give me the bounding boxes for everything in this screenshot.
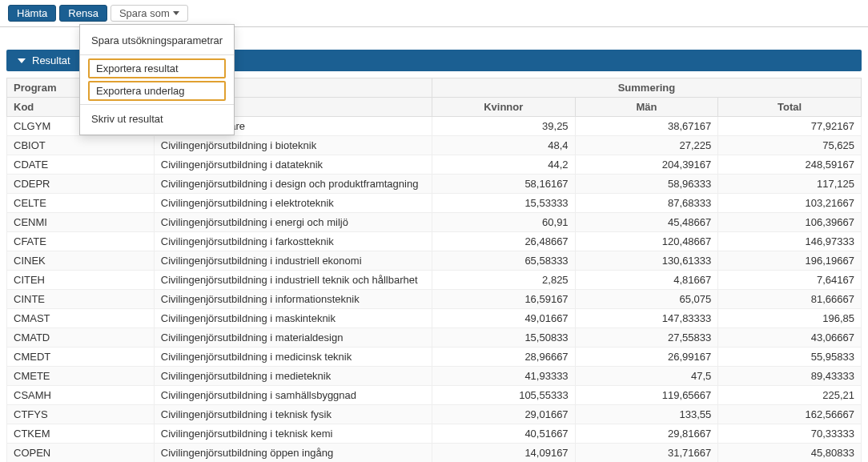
cell-man: 27,225	[575, 136, 718, 155]
cell-man: 29,81667	[575, 424, 718, 444]
table-row: CENMICivilingenjörsutbildning i energi o…	[7, 213, 862, 232]
cell-kvinnor: 28,96667	[432, 348, 575, 367]
cell-kod: COPEN	[7, 444, 155, 463]
cell-man: 4,81667	[575, 271, 718, 290]
table-row: CITEHCivilingenjörsutbildning i industri…	[7, 271, 862, 290]
cell-name: Civilingenjörsutbildning i farkostteknik	[154, 232, 432, 251]
cell-man: 119,65667	[575, 386, 718, 405]
cell-man: 47,5	[575, 367, 718, 386]
cell-man: 38,67167	[575, 117, 718, 136]
cell-total: 196,85	[718, 309, 862, 328]
cell-man: 133,55	[575, 405, 718, 424]
table-row: CFATECivilingenjörsutbildning i farkostt…	[7, 232, 862, 251]
cell-kod: CTKEM	[7, 424, 155, 444]
cell-kvinnor: 44,2	[432, 155, 575, 175]
result-table-wrap: Program Summering Kod Kvinnor Män Total …	[6, 78, 862, 462]
toolbar: Hämta Rensa Spara som Spara utsökningspa…	[0, 0, 868, 27]
cell-man: 87,68333	[575, 194, 718, 213]
table-row: CTFYSCivilingenjörsutbildning i teknisk …	[7, 405, 862, 424]
menu-save-params[interactable]: Spara utsökningsparametrar	[80, 30, 234, 51]
cell-total: 117,125	[718, 175, 862, 194]
save-as-label: Spara som	[119, 7, 170, 19]
chevron-down-icon	[18, 58, 26, 63]
save-as-dropdown: Spara utsökningsparametrar Exportera res…	[79, 24, 235, 135]
cell-total: 43,06667	[718, 328, 862, 348]
cell-total: 225,21	[718, 386, 862, 405]
table-row: COPENCivilingenjörsutbildning öppen ingå…	[7, 444, 862, 463]
cell-kod: CMATD	[7, 328, 155, 348]
menu-separator	[80, 54, 234, 55]
table-row: CMEDTCivilingenjörsutbildning i medicins…	[7, 348, 862, 367]
cell-kvinnor: 49,01667	[432, 309, 575, 328]
cell-name: Civilingenjörsutbildning i datateknik	[154, 155, 432, 175]
cell-kod: CMAST	[7, 309, 155, 328]
header-total[interactable]: Total	[718, 98, 862, 117]
cell-kvinnor: 41,93333	[432, 367, 575, 386]
cell-name: Civilingenjörsutbildning i samhällsbyggn…	[154, 386, 432, 405]
cell-kvinnor: 58,16167	[432, 175, 575, 194]
cell-kod: CENMI	[7, 213, 155, 232]
cell-total: 103,21667	[718, 194, 862, 213]
cell-total: 7,64167	[718, 271, 862, 290]
cell-man: 204,39167	[575, 155, 718, 175]
clear-button[interactable]: Rensa	[59, 5, 107, 22]
cell-kod: CDATE	[7, 155, 155, 175]
cell-kod: CDEPR	[7, 175, 155, 194]
cell-kvinnor: 40,51667	[432, 424, 575, 444]
cell-name: Civilingenjörsutbildning i materialdesig…	[154, 328, 432, 348]
header-kvinnor[interactable]: Kvinnor	[432, 98, 575, 117]
cell-total: 70,33333	[718, 424, 862, 444]
menu-export-basis[interactable]: Exportera underlag	[88, 81, 226, 101]
cell-man: 26,99167	[575, 348, 718, 367]
cell-total: 106,39667	[718, 213, 862, 232]
save-as-button[interactable]: Spara som	[111, 5, 188, 22]
cell-man: 58,96333	[575, 175, 718, 194]
cell-total: 81,66667	[718, 290, 862, 309]
table-row: CMETECivilingenjörsutbildning i medietek…	[7, 367, 862, 386]
header-summering[interactable]: Summering	[432, 78, 861, 98]
cell-man: 31,71667	[575, 444, 718, 463]
menu-print-result[interactable]: Skriv ut resultat	[80, 108, 234, 130]
cell-kvinnor: 29,01667	[432, 405, 575, 424]
cell-kod: CSAMH	[7, 386, 155, 405]
fetch-button[interactable]: Hämta	[8, 5, 56, 22]
menu-separator	[80, 104, 234, 105]
cell-kvinnor: 14,09167	[432, 444, 575, 463]
section-title: Resultat	[32, 54, 70, 66]
header-man[interactable]: Män	[575, 98, 718, 117]
cell-total: 75,625	[718, 136, 862, 155]
cell-kvinnor: 15,53333	[432, 194, 575, 213]
cell-kvinnor: 60,91	[432, 213, 575, 232]
cell-kod: CMETE	[7, 367, 155, 386]
cell-kvinnor: 15,50833	[432, 328, 575, 348]
cell-man: 45,48667	[575, 213, 718, 232]
cell-kod: CBIOT	[7, 136, 155, 155]
table-row: CDATECivilingenjörsutbildning i datatekn…	[7, 155, 862, 175]
cell-name: Civilingenjörsutbildning i elektroteknik	[154, 194, 432, 213]
cell-kod: CMEDT	[7, 348, 155, 367]
cell-total: 89,43333	[718, 367, 862, 386]
result-table: Program Summering Kod Kvinnor Män Total …	[6, 78, 862, 462]
cell-name: Civilingenjörsutbildning öppen ingång	[154, 444, 432, 463]
cell-man: 120,48667	[575, 232, 718, 251]
cell-name: Civilingenjörsutbildning i maskinteknik	[154, 309, 432, 328]
cell-total: 146,97333	[718, 232, 862, 251]
cell-name: Civilingenjörsutbildning i industriell e…	[154, 251, 432, 271]
menu-export-result[interactable]: Exportera resultat	[88, 58, 226, 78]
cell-kod: CINTE	[7, 290, 155, 309]
cell-man: 147,83333	[575, 309, 718, 328]
cell-name: Civilingenjörsutbildning i energi och mi…	[154, 213, 432, 232]
table-row: CINTECivilingenjörsutbildning i informat…	[7, 290, 862, 309]
cell-total: 248,59167	[718, 155, 862, 175]
table-row: CBIOTCivilingenjörsutbildning i biotekni…	[7, 136, 862, 155]
table-row: CTKEMCivilingenjörsutbildning i teknisk …	[7, 424, 862, 444]
cell-kvinnor: 48,4	[432, 136, 575, 155]
cell-kvinnor: 105,55333	[432, 386, 575, 405]
table-row: CMASTCivilingenjörsutbildning i maskinte…	[7, 309, 862, 328]
table-row: CDEPRCivilingenjörsutbildning i design o…	[7, 175, 862, 194]
cell-man: 130,61333	[575, 251, 718, 271]
table-row: CMATDCivilingenjörsutbildning i material…	[7, 328, 862, 348]
cell-kod: CITEH	[7, 271, 155, 290]
cell-total: 77,92167	[718, 117, 862, 136]
cell-man: 27,55833	[575, 328, 718, 348]
